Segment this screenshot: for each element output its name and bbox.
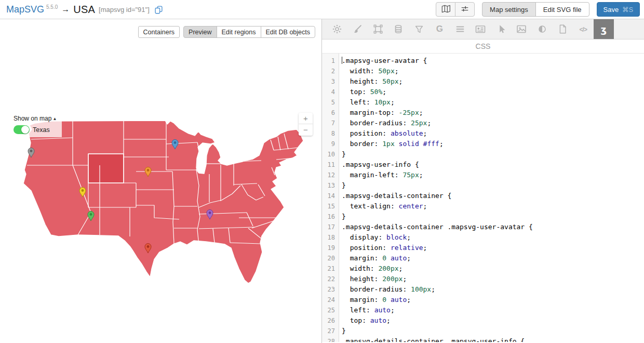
- code-line[interactable]: .mapsvg-details-container .mapsvg-user-i…: [342, 336, 644, 342]
- toolbar-tab-paint-brush[interactable]: [347, 19, 368, 39]
- google-g-icon: G: [436, 24, 443, 34]
- toolbar-tab-css3[interactable]: ʒ: [594, 19, 614, 39]
- settings-panel: G</>ʒ CSS 123456789101112131415161718192…: [322, 19, 644, 343]
- toolbar-tab-containers-frame[interactable]: [368, 19, 388, 39]
- usa-map[interactable]: [18, 118, 309, 289]
- code-line[interactable]: border-radius: 100px;: [342, 284, 644, 295]
- code-line[interactable]: top: auto;: [342, 315, 644, 326]
- toolbar-tab-menu-list[interactable]: [450, 19, 471, 39]
- maps-list-button[interactable]: [436, 2, 455, 17]
- details-card-icon: [474, 23, 487, 35]
- toolbar-tab-google-g[interactable]: G: [430, 19, 450, 39]
- code-line[interactable]: left: 10px;: [342, 97, 644, 108]
- code-line[interactable]: position: relative;: [342, 243, 644, 253]
- map-zoom-control: + −: [299, 113, 313, 136]
- editor-code[interactable]: .mapsvg-user-avatar { width: 50px; heigh…: [339, 54, 644, 342]
- view-tab-edit-regions[interactable]: Edit regions: [217, 26, 261, 38]
- line-number: 5: [322, 97, 339, 108]
- code-line[interactable]: margin: 0 auto;: [342, 253, 644, 263]
- show-on-map-label[interactable]: Show on map▲: [14, 115, 59, 122]
- code-line[interactable]: display: block;: [342, 232, 644, 243]
- line-number: 15: [322, 201, 339, 212]
- app-logo[interactable]: MapSVG: [6, 4, 44, 15]
- line-number: 16: [322, 212, 339, 222]
- code-line[interactable]: margin-top: -25px;: [342, 108, 644, 118]
- css-editor[interactable]: 1234567891011121314151617181920212223242…: [322, 54, 644, 342]
- code-line[interactable]: left: auto;: [342, 305, 644, 315]
- line-number: 9: [322, 139, 339, 149]
- containers-frame-icon: [372, 23, 384, 35]
- line-number: 20: [322, 253, 339, 263]
- code-line[interactable]: border: 1px solid #fff;: [342, 139, 644, 149]
- database-icon: [393, 23, 404, 35]
- line-number: 18: [322, 232, 339, 243]
- toolbar-tab-settings-gear[interactable]: [327, 19, 347, 39]
- toolbar-tab-template-file[interactable]: [553, 19, 573, 39]
- maps-list-icon: [440, 4, 451, 16]
- view-tab-edit-db-objects[interactable]: Edit DB objects: [261, 26, 315, 38]
- toolbar-tab-details-card[interactable]: [471, 19, 491, 39]
- settings-mode-switch: Map settings Edit SVG file: [482, 2, 589, 17]
- code-line[interactable]: text-align: center;: [342, 201, 644, 212]
- containers-button[interactable]: Containers: [138, 26, 180, 38]
- code-line[interactable]: top: 50%;: [342, 87, 644, 97]
- code-line[interactable]: margin-left: 75px;: [342, 170, 644, 180]
- breadcrumb-arrow-icon: →: [61, 5, 70, 14]
- code-line[interactable]: }: [342, 212, 644, 222]
- code-line[interactable]: .mapsvg-details-container .mapsvg-user-a…: [342, 222, 644, 232]
- line-number: 24: [322, 295, 339, 305]
- zoom-out-button[interactable]: −: [299, 124, 313, 136]
- code-line[interactable]: }: [342, 180, 644, 191]
- line-number: 7: [322, 118, 339, 128]
- code-line[interactable]: .mapsvg-details-container {: [342, 191, 644, 201]
- code-line[interactable]: width: 50px;: [342, 66, 644, 76]
- code-line[interactable]: }: [342, 149, 644, 160]
- texas-toggle[interactable]: [14, 125, 30, 134]
- menu-list-icon: [454, 23, 466, 35]
- line-number: 11: [322, 160, 339, 170]
- toolbar-tab-toggle-contrast[interactable]: [532, 19, 553, 39]
- line-number: 25: [322, 305, 339, 315]
- line-number: 27: [322, 326, 339, 336]
- code-line[interactable]: }: [342, 326, 644, 336]
- toolbar-tab-images[interactable]: [512, 19, 532, 39]
- cursor-actions-icon: [495, 23, 507, 35]
- options-button[interactable]: [455, 2, 475, 17]
- code-line[interactable]: .mapsvg-user-info {: [342, 160, 644, 170]
- toolbar-tab-cursor-actions[interactable]: [491, 19, 512, 39]
- toolbar-tab-code-js[interactable]: </>: [573, 19, 594, 39]
- map-title: USA: [73, 4, 95, 16]
- line-number: 12: [322, 170, 339, 180]
- code-line[interactable]: height: 50px;: [342, 76, 644, 87]
- css3-icon: ʒ: [600, 24, 607, 35]
- paint-brush-icon: [352, 23, 363, 35]
- code-line[interactable]: margin: 0 auto;: [342, 295, 644, 305]
- code-line[interactable]: height: 200px;: [342, 274, 644, 284]
- view-tab-preview[interactable]: Preview: [183, 26, 217, 38]
- texas-label: Texas: [33, 126, 50, 134]
- zoom-in-button[interactable]: +: [299, 113, 313, 124]
- toolbar-tab-database[interactable]: [388, 19, 409, 39]
- map-settings-button[interactable]: Map settings: [482, 2, 536, 17]
- settings-toolbar: G</>ʒ: [322, 19, 644, 39]
- legend-row-texas: Texas: [14, 125, 59, 134]
- line-number: 14: [322, 191, 339, 201]
- line-number: 23: [322, 284, 339, 295]
- toolbar-tab-filters-funnel[interactable]: [409, 19, 430, 39]
- preview-toolbar: Containers PreviewEdit regionsEdit DB ob…: [138, 26, 315, 38]
- save-shortcut: ⌘S: [622, 6, 633, 14]
- state-wyoming-selected[interactable]: [88, 154, 124, 183]
- template-file-icon: [557, 23, 568, 35]
- copy-icon[interactable]: [154, 5, 163, 14]
- code-line[interactable]: width: 200px;: [342, 263, 644, 274]
- us-outline[interactable]: [23, 121, 303, 283]
- line-number: 1: [322, 56, 339, 66]
- edit-svg-file-button[interactable]: Edit SVG file: [535, 2, 589, 17]
- save-button[interactable]: Save ⌘S: [597, 2, 640, 17]
- line-number: 6: [322, 108, 339, 118]
- state-border: [288, 159, 289, 166]
- line-number: 2: [322, 66, 339, 76]
- code-line[interactable]: .mapsvg-user-avatar {: [342, 56, 644, 66]
- code-line[interactable]: border-radius: 25px;: [342, 118, 644, 128]
- code-line[interactable]: position: absolute;: [342, 128, 644, 139]
